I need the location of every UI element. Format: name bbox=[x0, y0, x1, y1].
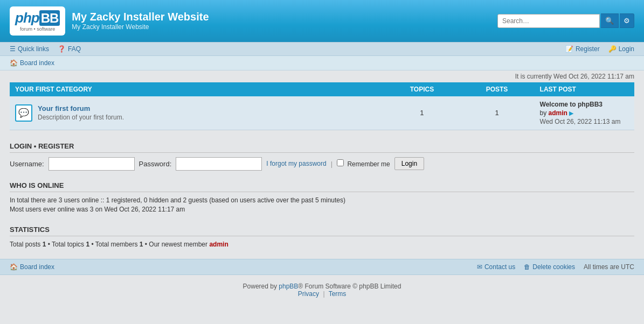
advanced-search-button[interactable]: ⚙ bbox=[620, 13, 634, 28]
login-submit-button[interactable]: Login bbox=[394, 157, 424, 170]
search-area: 🔍 ⚙ bbox=[497, 13, 634, 28]
login-icon: 🔑 bbox=[608, 45, 617, 53]
main-content: YOUR FIRST CATEGORY TOPICS POSTS LAST PO… bbox=[0, 82, 644, 259]
divider: | bbox=[331, 160, 333, 168]
logo-box: phpBB forum • software bbox=[10, 6, 65, 36]
powered-by-line: Powered by phpBB® Forum Software © phpBB… bbox=[0, 283, 644, 290]
login-link[interactable]: 🔑 Login bbox=[608, 45, 634, 53]
last-post-author[interactable]: admin bbox=[549, 109, 567, 117]
password-label: Password: bbox=[139, 160, 172, 168]
logo-area: phpBB forum • software My Zacky Installe… bbox=[10, 6, 209, 36]
statistics-text: Total posts 1 • Total topics 1 • Total m… bbox=[10, 241, 634, 248]
forum-name-area: 💬 Your first forum Description of your f… bbox=[15, 104, 379, 122]
footer-nav-right: ✉ Contact us 🗑 Delete cookies All times … bbox=[477, 263, 634, 271]
forum-bubble-icon: 💬 bbox=[18, 108, 29, 118]
footer-nav-left: 🏠 Board index bbox=[10, 263, 54, 271]
forum-posts-count: 1 bbox=[459, 96, 534, 130]
whoisonline-title: WHO IS ONLINE bbox=[10, 181, 634, 192]
newest-member[interactable]: admin bbox=[209, 241, 228, 248]
datetime-bar: It is currently Wed Oct 26, 2022 11:17 a… bbox=[0, 71, 644, 82]
bottom-links: Powered by phpBB® Forum Software © phpBB… bbox=[0, 279, 644, 303]
site-subtitle: My Zacky Installer Website bbox=[72, 23, 209, 31]
login-section: LOGIN • REGISTER Username: Password: I f… bbox=[10, 137, 634, 176]
posts-header: POSTS bbox=[459, 82, 534, 96]
breadcrumb-bar: 🏠 Board index bbox=[0, 56, 644, 71]
footer-board-index-link[interactable]: 🏠 Board index bbox=[10, 263, 54, 271]
last-post-view-icon[interactable]: ▶ bbox=[569, 110, 573, 116]
forum-name-link[interactable]: Your first forum bbox=[38, 104, 90, 112]
last-post-by: by admin ▶ bbox=[540, 109, 629, 117]
phpbb-link[interactable]: phpBB bbox=[279, 283, 298, 290]
quick-links-link[interactable]: ☰ Quick links bbox=[10, 45, 49, 53]
last-post-title: Welcome to phpBB3 bbox=[540, 101, 629, 108]
last-post-cell: Welcome to phpBB3 by admin ▶ Wed Oct 26,… bbox=[535, 96, 634, 130]
logo-subtitle: forum • software bbox=[15, 26, 60, 32]
whoisonline-section: WHO IS ONLINE In total there are 3 users… bbox=[10, 176, 634, 220]
username-input[interactable] bbox=[49, 157, 135, 171]
remember-me-checkbox[interactable] bbox=[337, 159, 344, 166]
quick-links-icon: ☰ bbox=[10, 45, 16, 53]
search-input[interactable] bbox=[497, 14, 600, 28]
faq-icon: ❓ bbox=[58, 45, 66, 53]
current-datetime: It is currently Wed Oct 26, 2022 11:17 a… bbox=[515, 73, 634, 80]
register-icon: 📝 bbox=[565, 45, 573, 53]
contact-icon: ✉ bbox=[477, 263, 482, 271]
last-post-date: Wed Oct 26, 2022 11:13 am bbox=[540, 118, 629, 125]
forum-table: YOUR FIRST CATEGORY TOPICS POSTS LAST PO… bbox=[10, 82, 634, 130]
legal-links-line: Privacy | Terms bbox=[0, 290, 644, 298]
statistics-section: STATISTICS Total posts 1 • Total topics … bbox=[10, 220, 634, 253]
username-label: Username: bbox=[10, 160, 44, 168]
site-title-area: My Zacky Installer Website My Zacky Inst… bbox=[72, 11, 209, 31]
faq-link[interactable]: ❓ FAQ bbox=[58, 45, 81, 53]
login-form: Username: Password: I forgot my password… bbox=[10, 157, 634, 171]
header: phpBB forum • software My Zacky Installe… bbox=[0, 0, 644, 42]
password-input[interactable] bbox=[176, 157, 262, 171]
site-title: My Zacky Installer Website bbox=[72, 11, 209, 23]
home-icon: 🏠 bbox=[10, 59, 18, 67]
footer-home-icon: 🏠 bbox=[10, 263, 18, 271]
statistics-title: STATISTICS bbox=[10, 226, 634, 236]
search-button[interactable]: 🔍 bbox=[601, 13, 619, 28]
login-section-title: LOGIN • REGISTER bbox=[10, 142, 634, 153]
forgot-password-link[interactable]: I forgot my password bbox=[266, 160, 326, 167]
terms-link[interactable]: Terms bbox=[329, 290, 347, 298]
navbar-left: ☰ Quick links ❓ FAQ bbox=[10, 45, 81, 53]
forum-topics-count: 1 bbox=[384, 96, 459, 130]
category-header: YOUR FIRST CATEGORY bbox=[10, 82, 384, 96]
separator: | bbox=[323, 290, 324, 298]
footer-nav: 🏠 Board index ✉ Contact us 🗑 Delete cook… bbox=[0, 259, 644, 275]
contact-us-link[interactable]: ✉ Contact us bbox=[477, 263, 515, 271]
forum-name-cell: 💬 Your first forum Description of your f… bbox=[10, 96, 384, 130]
cookie-icon: 🗑 bbox=[524, 263, 530, 271]
online-line2: Most users ever online was 3 on Wed Oct … bbox=[10, 206, 634, 213]
phpbb-logo: phpBB forum • software bbox=[15, 10, 60, 32]
logo-text: phpBB bbox=[15, 10, 60, 26]
forum-table-header-row: YOUR FIRST CATEGORY TOPICS POSTS LAST PO… bbox=[10, 82, 634, 96]
breadcrumb-board-index[interactable]: 🏠 Board index bbox=[10, 59, 634, 67]
remember-me-label: Remember me bbox=[337, 159, 390, 168]
topics-header: TOPICS bbox=[384, 82, 459, 96]
delete-cookies-link[interactable]: 🗑 Delete cookies bbox=[524, 263, 575, 271]
timezone-text: All times are UTC bbox=[584, 263, 634, 271]
last-post-header: LAST POST bbox=[535, 82, 634, 96]
online-line1: In total there are 3 users online :: 1 r… bbox=[10, 196, 634, 204]
forum-info: Your first forum Description of your fir… bbox=[38, 104, 124, 121]
privacy-link[interactable]: Privacy bbox=[298, 290, 319, 298]
forum-row: 💬 Your first forum Description of your f… bbox=[10, 96, 634, 130]
navbar-right: 📝 Register 🔑 Login bbox=[565, 45, 634, 53]
forum-icon: 💬 bbox=[15, 104, 32, 122]
forum-description: Description of your first forum. bbox=[38, 114, 124, 121]
navbar: ☰ Quick links ❓ FAQ 📝 Register 🔑 Login bbox=[0, 42, 644, 56]
register-link[interactable]: 📝 Register bbox=[565, 45, 600, 53]
